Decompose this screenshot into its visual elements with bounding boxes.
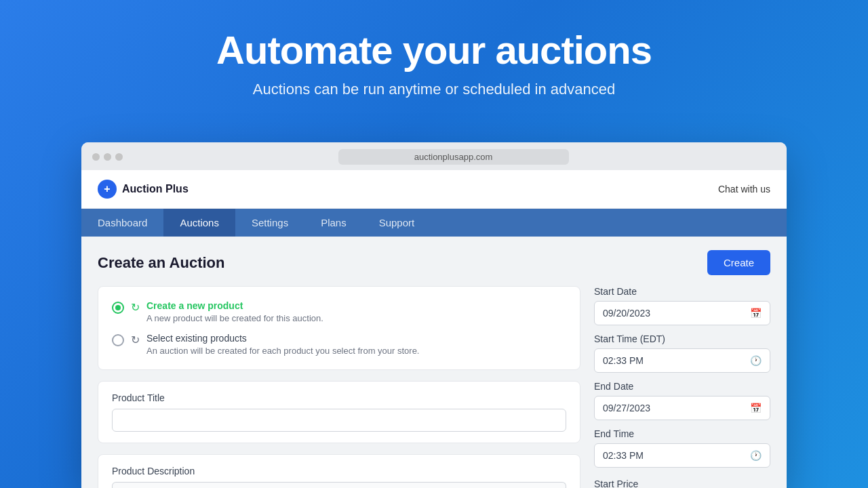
- nav-item-auctions[interactable]: Auctions: [163, 209, 235, 237]
- dot-green: [115, 153, 123, 161]
- clock-icon-start: 🕐: [750, 355, 762, 366]
- refresh-icon-new: ↻: [131, 301, 140, 314]
- end-date-label: End Date: [594, 381, 770, 392]
- create-button[interactable]: Create: [707, 250, 770, 275]
- start-price-label: Start Price: [594, 479, 770, 488]
- page-title: Create an Auction: [98, 254, 224, 272]
- nav-item-plans[interactable]: Plans: [304, 209, 363, 237]
- end-time-value: 02:33 PM: [603, 450, 644, 461]
- calendar-icon-end: 📅: [750, 403, 762, 413]
- url-bar[interactable]: auctionplusapp.com: [338, 149, 569, 165]
- dot-yellow: [104, 153, 111, 161]
- left-panel: ↻ Create a new product A new product wil…: [98, 286, 580, 474]
- start-date-input[interactable]: 09/20/2023 📅: [594, 301, 770, 325]
- refresh-icon-existing: ↻: [131, 333, 140, 346]
- dot-red: [92, 153, 100, 161]
- logo-text: Auction Plus: [122, 183, 189, 195]
- nav-item-dashboard[interactable]: Dashboard: [81, 209, 163, 237]
- start-time-label: Start Time (EDT): [594, 333, 770, 344]
- option2-label: Select existing products: [146, 333, 419, 344]
- end-time-label: End Time: [594, 428, 770, 439]
- start-time-input[interactable]: 02:33 PM 🕐: [594, 348, 770, 373]
- hero-subheading: Auctions can be run anytime or scheduled…: [14, 81, 854, 98]
- calendar-icon: 📅: [750, 308, 762, 319]
- product-title-section: Product Title: [98, 381, 580, 443]
- nav-bar: Dashboard Auctions Settings Plans Suppor…: [81, 209, 787, 237]
- nav-item-settings[interactable]: Settings: [235, 209, 304, 237]
- chat-link[interactable]: Chat with us: [718, 184, 770, 195]
- option1-label: Create a new product: [146, 300, 323, 311]
- right-panel: Start Date 09/20/2023 📅 Start Time (EDT)…: [594, 286, 770, 474]
- option2-desc: An auction will be created for each prod…: [146, 346, 419, 356]
- start-date-label: Start Date: [594, 286, 770, 297]
- product-type-card: ↻ Create a new product A new product wil…: [98, 286, 580, 370]
- browser-dots: [92, 153, 123, 161]
- product-description-label: Product Description: [112, 466, 566, 476]
- hero-section: Automate your auctions Auctions can be r…: [0, 0, 868, 119]
- option-select-existing[interactable]: ↻ Select existing products An auction wi…: [112, 333, 566, 356]
- option-create-new[interactable]: ↻ Create a new product A new product wil…: [112, 300, 566, 323]
- radio-new-product[interactable]: [112, 302, 124, 314]
- page-header: Create an Auction Create: [81, 237, 787, 286]
- end-time-input[interactable]: 02:33 PM 🕐: [594, 443, 770, 468]
- nav-item-support[interactable]: Support: [363, 209, 431, 237]
- app-header: + Auction Plus Chat with us: [81, 170, 787, 209]
- browser-chrome: auctionplusapp.com: [81, 142, 787, 170]
- start-time-value: 02:33 PM: [603, 355, 644, 366]
- end-date-input[interactable]: 09/27/2023 📅: [594, 396, 770, 420]
- end-date-value: 09/27/2023: [603, 403, 650, 413]
- start-price-group: Start Price: [594, 476, 770, 488]
- end-date-group: End Date 09/27/2023 📅: [594, 381, 770, 420]
- app-logo: + Auction Plus: [98, 180, 189, 199]
- start-time-group: Start Time (EDT) 02:33 PM 🕐: [594, 333, 770, 373]
- date-section: Start Date 09/20/2023 📅 Start Time (EDT)…: [594, 286, 770, 488]
- end-time-group: End Time 02:33 PM 🕐: [594, 428, 770, 468]
- product-description-section: Product Description Paragraph ▾ B I S ≡ …: [98, 454, 580, 488]
- logo-icon: +: [98, 180, 117, 199]
- start-date-group: Start Date 09/20/2023 📅: [594, 286, 770, 325]
- hero-heading: Automate your auctions: [14, 27, 854, 73]
- option1-desc: A new product will be created for this a…: [146, 313, 323, 323]
- product-title-label: Product Title: [112, 392, 566, 403]
- content-area: ↻ Create a new product A new product wil…: [81, 286, 787, 488]
- editor-toolbar: Paragraph ▾ B I S ≡ ≣ — ⬌ ✕: [112, 482, 566, 488]
- product-title-input[interactable]: [112, 409, 566, 432]
- radio-existing-product[interactable]: [112, 334, 124, 346]
- browser-window: auctionplusapp.com + Auction Plus Chat w…: [81, 142, 787, 488]
- clock-icon-end: 🕐: [750, 450, 762, 461]
- start-date-value: 09/20/2023: [603, 308, 650, 319]
- main-content: Create an Auction Create ↻ Create a new …: [81, 237, 787, 488]
